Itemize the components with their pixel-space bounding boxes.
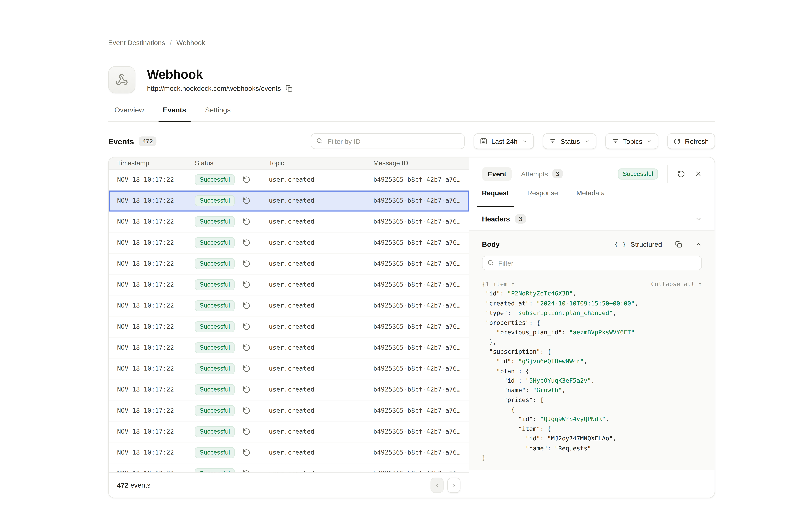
table-row[interactable]: NOV 18 10:17:22Successfuluser.createdb49… — [109, 338, 469, 359]
json-line: "type": "subscription.plan_changed", — [482, 308, 702, 318]
attempts-count-badge: 3 — [552, 169, 563, 178]
retry-icon[interactable] — [243, 239, 251, 247]
retry-icon[interactable] — [243, 365, 251, 373]
json-line: { — [482, 405, 702, 414]
prev-page-button[interactable] — [431, 478, 444, 493]
topics-filter-button[interactable]: Topics — [605, 133, 659, 149]
status-badge: Successful — [195, 174, 235, 185]
retry-icon[interactable] — [243, 323, 251, 331]
filter-by-id-input[interactable] — [311, 133, 465, 149]
retry-icon[interactable] — [243, 197, 251, 205]
refresh-icon — [674, 138, 681, 145]
structured-mode-toggle[interactable]: { } Structured — [615, 240, 662, 248]
table-row[interactable]: NOV 18 10:17:22Successfuluser.createdb49… — [109, 359, 469, 379]
events-card: Timestamp Status Topic Message ID NOV 18… — [108, 157, 715, 498]
collapse-body-icon[interactable] — [695, 241, 702, 247]
calendar-icon — [480, 137, 487, 145]
page-header: Webhook http://mock.hookdeck.com/webhook… — [108, 66, 715, 94]
status-filter-button[interactable]: Status — [543, 133, 596, 149]
table-row[interactable]: NOV 18 10:17:22Successfuluser.createdb49… — [109, 463, 469, 473]
row-topic: user.created — [269, 428, 373, 435]
table-row[interactable]: NOV 18 10:17:22Successfuluser.createdb49… — [109, 274, 469, 296]
column-topic: Topic — [269, 159, 373, 167]
chevron-down-icon[interactable] — [695, 215, 702, 222]
status-badge: Successful — [195, 363, 235, 374]
retry-event-icon[interactable] — [677, 170, 685, 178]
row-status: Successful — [195, 426, 269, 437]
row-topic: user.created — [269, 470, 373, 473]
row-status: Successful — [195, 321, 269, 332]
retry-icon[interactable] — [243, 281, 251, 289]
tab-events[interactable]: Events — [159, 106, 190, 122]
column-status: Status — [195, 159, 269, 167]
row-timestamp: NOV 18 10:17:22 — [117, 260, 195, 267]
tab-request[interactable]: Request — [477, 188, 514, 207]
row-timestamp: NOV 18 10:17:22 — [117, 449, 195, 456]
retry-icon[interactable] — [243, 428, 251, 436]
json-line: "item": { — [482, 424, 702, 434]
status-badge: Successful — [195, 195, 235, 206]
table-row[interactable]: NOV 18 10:17:22Successfuluser.createdb49… — [109, 379, 469, 400]
table-row[interactable]: NOV 18 10:17:22Successfuluser.createdb49… — [109, 296, 469, 317]
tab-response[interactable]: Response — [522, 188, 563, 207]
table-row[interactable]: NOV 18 10:17:22Successfuluser.createdb49… — [109, 253, 469, 274]
breadcrumb-item-event-destinations[interactable]: Event Destinations — [108, 39, 165, 47]
view-tab-event[interactable]: Event — [482, 167, 512, 181]
body-filter — [482, 255, 702, 270]
detail-header: Event Attempts 3 Successful — [469, 157, 715, 188]
retry-icon[interactable] — [243, 407, 251, 415]
row-topic: user.created — [269, 302, 373, 309]
row-timestamp: NOV 18 10:17:22 — [117, 197, 195, 204]
app-window: Event Destinations / Webhook Webhook htt… — [0, 0, 794, 532]
table-row[interactable]: NOV 18 10:17:22Successfuluser.createdb49… — [109, 191, 469, 211]
table-row[interactable]: NOV 18 10:17:22Successfuluser.createdb49… — [109, 317, 469, 337]
row-timestamp: NOV 18 10:17:22 — [117, 386, 195, 393]
time-filter-button[interactable]: Last 24h — [474, 133, 534, 149]
status-badge: Successful — [195, 258, 235, 269]
table-row[interactable]: NOV 18 10:17:22Successfuluser.createdb49… — [109, 421, 469, 442]
tab-overview[interactable]: Overview — [110, 106, 148, 122]
row-topic: user.created — [269, 239, 373, 246]
tab-metadata[interactable]: Metadata — [571, 188, 610, 207]
breadcrumb-separator: / — [170, 39, 172, 47]
collapse-all-button[interactable]: Collapse all ↑ — [651, 279, 702, 289]
json-root-summary[interactable]: {1 item ↑ — [482, 279, 515, 289]
table-row[interactable]: NOV 18 10:17:22Successfuluser.createdb49… — [109, 232, 469, 253]
retry-icon[interactable] — [243, 260, 251, 268]
retry-icon[interactable] — [243, 449, 251, 457]
retry-icon[interactable] — [243, 344, 251, 352]
row-timestamp: NOV 18 10:17:22 — [117, 344, 195, 352]
copy-body-icon[interactable] — [675, 241, 682, 247]
retry-icon[interactable] — [243, 386, 251, 394]
next-page-button[interactable] — [447, 478, 460, 493]
view-tab-attempts[interactable]: Attempts 3 — [521, 169, 563, 178]
row-message-id: b4925365-b8cf-42b7-a76… — [373, 323, 469, 330]
breadcrumb: Event Destinations / Webhook — [108, 0, 715, 47]
close-icon[interactable] — [695, 170, 702, 177]
table-row[interactable]: NOV 18 10:17:22Successfuluser.createdb49… — [109, 400, 469, 421]
retry-icon[interactable] — [243, 470, 251, 473]
retry-icon[interactable] — [243, 302, 251, 310]
row-status: Successful — [195, 447, 269, 458]
row-message-id: b4925365-b8cf-42b7-a76… — [373, 365, 469, 372]
retry-icon[interactable] — [243, 176, 251, 184]
headers-accordion[interactable]: Headers 3 — [469, 207, 715, 231]
refresh-button[interactable]: Refresh — [667, 133, 715, 149]
table-row[interactable]: NOV 18 10:17:22Successfuluser.createdb49… — [109, 211, 469, 232]
column-message-id: Message ID — [373, 159, 469, 167]
table-row[interactable]: NOV 18 10:17:22Successfuluser.createdb49… — [109, 170, 469, 191]
copy-url-icon[interactable] — [286, 85, 292, 92]
tab-settings[interactable]: Settings — [201, 106, 235, 122]
json-line: "id": "gSjvn6eQTBewNWcr", — [482, 356, 702, 366]
filter-icon — [549, 137, 556, 145]
table-row[interactable]: NOV 18 10:17:22Successfuluser.createdb49… — [109, 442, 469, 463]
body-filter-input[interactable] — [482, 255, 702, 270]
retry-icon[interactable] — [243, 218, 251, 226]
row-status: Successful — [195, 342, 269, 353]
row-topic: user.created — [269, 323, 373, 330]
status-badge: Successful — [195, 384, 235, 395]
row-status: Successful — [195, 258, 269, 269]
row-message-id: b4925365-b8cf-42b7-a76… — [373, 197, 469, 204]
row-topic: user.created — [269, 344, 373, 352]
row-topic: user.created — [269, 176, 373, 183]
